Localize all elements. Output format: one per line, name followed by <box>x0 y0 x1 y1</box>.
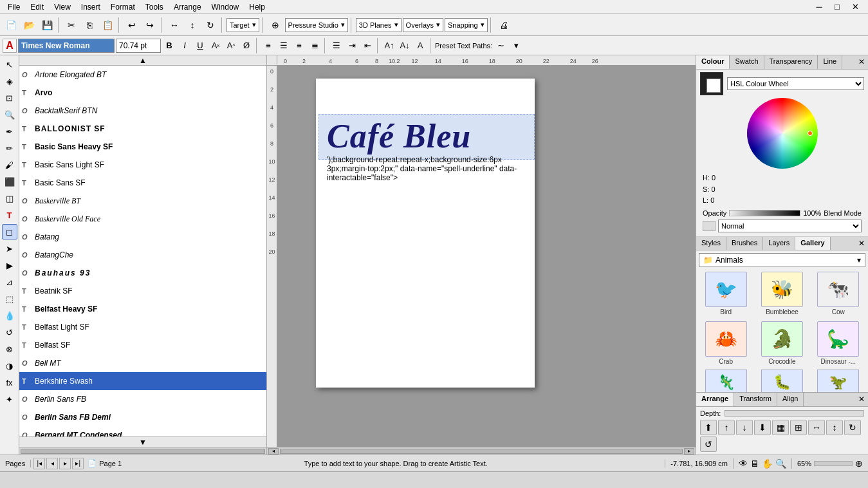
copy-btn[interactable]: ⎘ <box>81 17 98 33</box>
gallery-extra-1[interactable]: 🦎 <box>699 370 753 392</box>
text-tool[interactable]: T <box>2 207 17 223</box>
menu-view[interactable]: View <box>49 1 76 13</box>
rotate-cw-btn[interactable]: ↻ <box>844 420 861 435</box>
preset-down-btn[interactable]: ▾ <box>509 39 523 53</box>
font-color-btn[interactable]: A <box>413 39 427 53</box>
zoom-tool[interactable]: 🔍 <box>2 107 17 122</box>
arrange-panel-close[interactable]: ✕ <box>855 393 868 406</box>
menu-format[interactable]: Format <box>106 1 140 13</box>
indent-btn[interactable]: ⇥ <box>345 39 359 53</box>
font-size-dn-btn[interactable]: A↓ <box>398 39 412 53</box>
font-item-arvo[interactable]: TArvo <box>19 84 266 102</box>
font-item-batangche[interactable]: OBatangChe <box>19 246 266 264</box>
tab-layers[interactable]: Layers <box>763 237 795 250</box>
pen-tool[interactable]: ✒ <box>2 124 17 139</box>
fill-tool[interactable]: ⬛ <box>2 174 17 189</box>
tab-arrange[interactable]: Arrange <box>696 393 734 406</box>
page-next-btn[interactable]: ▸ <box>59 458 71 469</box>
menu-file[interactable]: File <box>3 1 25 13</box>
arrange-front-btn[interactable]: ⬆ <box>700 420 717 435</box>
corner-tool[interactable]: ⊿ <box>2 274 17 290</box>
font-item-berlinsansdemi[interactable]: OBerlin Sans FB Demi <box>19 408 266 426</box>
gallery-item-bumblebee[interactable]: 🐝 Bumblebee <box>755 270 809 317</box>
font-item-berkshire[interactable]: TBerkshire Swash <box>19 372 266 390</box>
animals-dropdown[interactable]: 📁 Animals ▾ <box>699 253 865 267</box>
font-item-belfast[interactable]: TBelfast SF <box>19 336 266 354</box>
group-btn[interactable]: ▦ <box>772 420 789 435</box>
colour-wheel-select[interactable]: HSL Colour Wheel <box>727 77 864 90</box>
colour-swatch[interactable] <box>700 72 723 95</box>
font-hscroll[interactable] <box>19 447 266 455</box>
arrange-back-full-btn[interactable]: ⬇ <box>754 420 771 435</box>
gallery-item-bird[interactable]: 🐦 Bird <box>699 270 753 317</box>
zoom-in-icon[interactable]: ⊕ <box>855 458 863 469</box>
shape-tool[interactable]: ◻ <box>2 224 17 239</box>
align-center-btn[interactable]: ☰ <box>277 39 291 53</box>
font-item-bellmt[interactable]: OBell MT <box>19 354 266 372</box>
colour-panel-close[interactable]: ✕ <box>855 55 868 69</box>
tab-gallery[interactable]: Gallery <box>795 237 830 250</box>
page-prev-btn[interactable]: ◂ <box>46 458 58 469</box>
print-btn[interactable]: 🖨 <box>495 17 512 33</box>
menu-insert[interactable]: Insert <box>76 1 106 13</box>
rotate-ccw-btn[interactable]: ↺ <box>700 436 717 452</box>
tab-swatch[interactable]: Swatch <box>730 55 764 69</box>
gallery-extra-3[interactable]: 🦖 <box>811 370 865 392</box>
arrange-forward-btn[interactable]: ↑ <box>718 420 735 435</box>
font-item-batang[interactable]: OBatang <box>19 228 266 246</box>
minimize-btn[interactable]: ─ <box>811 0 827 15</box>
zoom-slider[interactable] <box>814 461 853 466</box>
font-item-basicheavy[interactable]: TBasic Sans Heavy SF <box>19 138 266 156</box>
gallery-panel-close[interactable]: ✕ <box>855 237 868 250</box>
symbol-tool[interactable]: ✦ <box>2 391 17 407</box>
close-btn[interactable]: ✕ <box>847 0 863 15</box>
font-item-beatnik[interactable]: TBeatnik SF <box>19 282 266 300</box>
font-item-bernardmt[interactable]: OBernard MT Condensed <box>19 426 266 436</box>
font-item-bauhaus[interactable]: OBauhaus 93 <box>19 264 266 282</box>
page-first-btn[interactable]: |◂ <box>33 458 45 469</box>
cut-btn[interactable]: ✂ <box>63 17 80 33</box>
paste-btn[interactable]: 📋 <box>99 17 116 33</box>
flip-v-btn[interactable]: ↕ <box>826 420 843 435</box>
menu-help[interactable]: Help <box>244 1 270 13</box>
align-justify-btn[interactable]: ≣ <box>308 39 322 53</box>
align-left-btn[interactable]: ≡ <box>261 39 275 53</box>
new-btn[interactable]: 📄 <box>3 17 19 33</box>
3dplanes-dropdown[interactable]: 3D Planes▾ <box>356 18 402 32</box>
gradient-tool[interactable]: ◫ <box>2 191 17 206</box>
tab-line[interactable]: Line <box>818 55 842 69</box>
menu-window[interactable]: Window <box>207 1 245 13</box>
blend-tool[interactable]: ◑ <box>2 358 17 373</box>
tab-transparency[interactable]: Transparency <box>764 55 818 69</box>
gallery-item-crab[interactable]: 🦀 Crab <box>699 319 753 367</box>
gallery-extra-2[interactable]: 🐛 <box>755 370 809 392</box>
zoom-icon[interactable]: 🔍 <box>775 458 786 469</box>
overlays-dropdown[interactable]: Overlays▾ <box>403 18 443 32</box>
expand-btn[interactable]: ▶ <box>2 258 17 273</box>
font-scroll-up[interactable]: ▲ <box>19 55 266 66</box>
fliph-btn[interactable]: ↔ <box>166 17 183 33</box>
select-tool[interactable]: ↖ <box>2 57 17 72</box>
gallery-item-dinosaur[interactable]: 🦕 Dinosaur -... <box>811 319 865 367</box>
font-item-belfastlight[interactable]: TBelfast Light SF <box>19 318 266 336</box>
outdent-btn[interactable]: ⇤ <box>360 39 374 53</box>
page-last-btn[interactable]: ▸| <box>72 458 84 469</box>
tab-transform[interactable]: Transform <box>734 393 777 406</box>
tab-brushes[interactable]: Brushes <box>726 237 763 250</box>
underline-btn[interactable]: U <box>193 39 207 53</box>
screen-icon[interactable]: 🖥 <box>750 458 759 469</box>
ungroup-btn[interactable]: ⊞ <box>790 420 807 435</box>
hscroll-left[interactable]: ◂ <box>268 448 279 455</box>
gallery-item-crocodile[interactable]: 🐊 Crocodile <box>755 319 809 367</box>
menu-arrange[interactable]: Arrange <box>169 1 207 13</box>
fx-tool[interactable]: fx <box>2 375 17 390</box>
tab-align[interactable]: Align <box>777 393 804 406</box>
font-item-basiclight[interactable]: TBasic Sans Light SF <box>19 156 266 174</box>
font-item-baskervilleold[interactable]: OBaskerville Old Face <box>19 210 266 228</box>
undo-btn[interactable]: ↩ <box>124 17 140 33</box>
measure-tool[interactable]: ⬚ <box>2 291 17 306</box>
font-size-up-btn[interactable]: A↑ <box>382 39 396 53</box>
hscroll-right[interactable]: ▸ <box>684 448 694 455</box>
color-pick-tool[interactable]: 💧 <box>2 308 17 323</box>
font-item-berlinsans[interactable]: OBerlin Sans FB <box>19 390 266 408</box>
